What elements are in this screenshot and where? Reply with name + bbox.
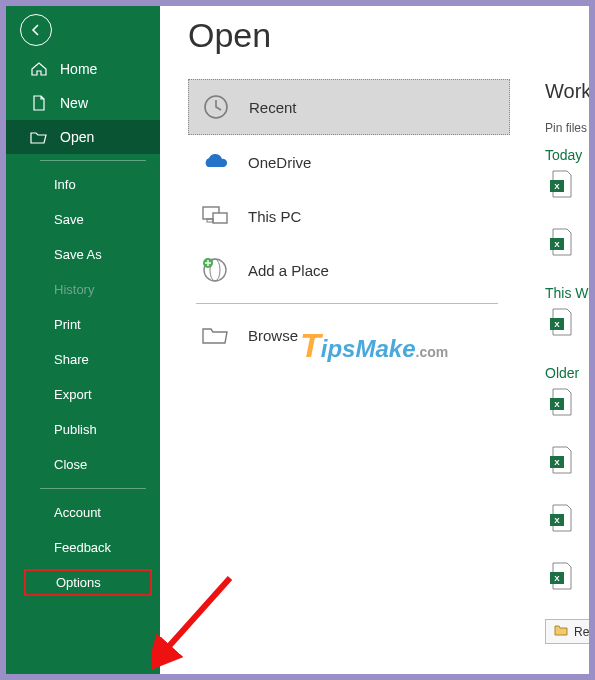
folder-icon — [554, 624, 568, 639]
sidebar-item-options[interactable]: Options — [24, 569, 152, 596]
recover-button[interactable]: Recover — [545, 619, 589, 644]
main-panel: Open Recent OneDrive This PC — [160, 6, 589, 674]
recent-files-panel: Workbooks Pin files you want Today X X T… — [545, 80, 589, 644]
group-today: Today — [545, 147, 589, 163]
group-older: Older — [545, 365, 589, 381]
location-onedrive[interactable]: OneDrive — [188, 135, 510, 189]
sidebar-item-close[interactable]: Close — [6, 447, 160, 482]
recent-file[interactable]: X — [547, 227, 575, 257]
svg-text:X: X — [554, 400, 560, 409]
right-panel-heading: Workbooks — [545, 80, 589, 103]
sidebar-item-save[interactable]: Save — [6, 202, 160, 237]
location-list: Recent OneDrive This PC Add a Place — [188, 79, 510, 362]
this-pc-icon — [200, 203, 230, 229]
location-label: Recent — [249, 99, 297, 116]
location-separator — [196, 303, 498, 304]
pin-hint-text: Pin files you want — [545, 121, 589, 135]
folder-open-icon — [30, 129, 48, 145]
sidebar-item-share[interactable]: Share — [6, 342, 160, 377]
location-browse[interactable]: Browse — [188, 308, 510, 362]
svg-rect-3 — [207, 219, 213, 222]
browse-folder-icon — [200, 322, 230, 348]
recent-file[interactable]: X — [547, 445, 575, 475]
recent-icon — [201, 94, 231, 120]
sidebar-item-export[interactable]: Export — [6, 377, 160, 412]
sidebar-item-feedback[interactable]: Feedback — [6, 530, 160, 565]
sidebar-item-label: Open — [60, 129, 94, 145]
onedrive-icon — [200, 149, 230, 175]
group-this-week: This Week — [545, 285, 589, 301]
svg-text:X: X — [554, 574, 560, 583]
recent-file[interactable]: X — [547, 387, 575, 417]
sidebar-item-info[interactable]: Info — [6, 167, 160, 202]
location-add-place[interactable]: Add a Place — [188, 243, 510, 297]
svg-text:X: X — [554, 182, 560, 191]
sidebar-item-open[interactable]: Open — [6, 120, 160, 154]
svg-text:X: X — [554, 240, 560, 249]
svg-rect-2 — [213, 213, 227, 223]
sidebar-item-account[interactable]: Account — [6, 495, 160, 530]
recent-file[interactable]: X — [547, 307, 575, 337]
back-button[interactable] — [20, 14, 52, 46]
back-arrow-icon — [29, 23, 43, 37]
svg-text:X: X — [554, 458, 560, 467]
home-icon — [30, 61, 48, 77]
sidebar-item-history[interactable]: History — [6, 272, 160, 307]
recover-label: Recover — [574, 625, 589, 639]
sidebar-item-new[interactable]: New — [6, 86, 160, 120]
svg-text:X: X — [554, 516, 560, 525]
add-place-icon — [200, 257, 230, 283]
location-this-pc[interactable]: This PC — [188, 189, 510, 243]
new-file-icon — [30, 95, 48, 111]
sidebar-item-publish[interactable]: Publish — [6, 412, 160, 447]
location-label: Add a Place — [248, 262, 329, 279]
sidebar-item-home[interactable]: Home — [6, 52, 160, 86]
sidebar-item-label: Home — [60, 61, 97, 77]
location-recent[interactable]: Recent — [188, 79, 510, 135]
sidebar-separator — [40, 160, 146, 161]
svg-text:X: X — [554, 320, 560, 329]
location-label: This PC — [248, 208, 301, 225]
sidebar-item-print[interactable]: Print — [6, 307, 160, 342]
sidebar-item-label: New — [60, 95, 88, 111]
recent-file[interactable]: X — [547, 169, 575, 199]
recent-file[interactable]: X — [547, 503, 575, 533]
location-label: OneDrive — [248, 154, 311, 171]
page-title: Open — [188, 16, 589, 55]
sidebar-separator — [40, 488, 146, 489]
recent-file[interactable]: X — [547, 561, 575, 591]
location-label: Browse — [248, 327, 298, 344]
backstage-sidebar: Home New Open Info Save Save As History … — [6, 6, 160, 674]
sidebar-item-save-as[interactable]: Save As — [6, 237, 160, 272]
